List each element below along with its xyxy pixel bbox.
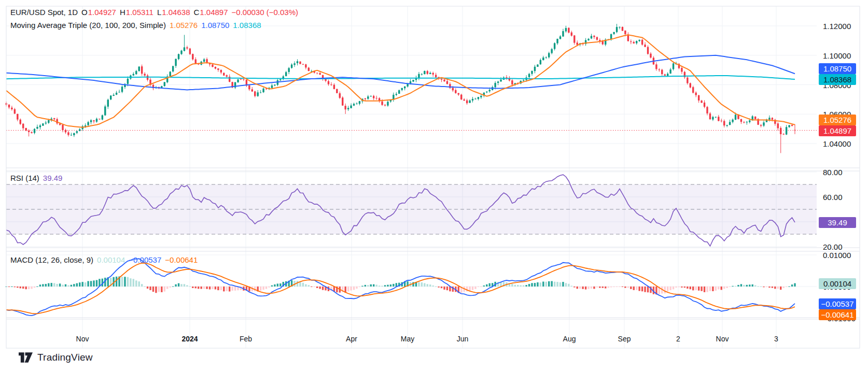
rsi-legend: RSI (14) 39.49 xyxy=(10,174,62,182)
macd-badge: 0.00104 xyxy=(819,278,856,289)
time-label: Feb xyxy=(240,335,252,343)
ma200-value: 1.08368 xyxy=(233,21,261,30)
price-badge: 1.08750 xyxy=(819,63,856,74)
tradingview-logo-text: TradingView xyxy=(37,352,93,363)
price-tick-label: 1.12000 xyxy=(823,22,851,31)
ohlc-low: L1.04638 xyxy=(157,8,190,17)
macd-signal-value: −0.00641 xyxy=(165,255,198,264)
rsi-indicator-title[interactable]: RSI (14) xyxy=(10,174,39,182)
candlestick-series xyxy=(5,24,795,153)
macd-badge: −0.00537 xyxy=(819,298,856,309)
price-tick-label: 1.10000 xyxy=(823,51,851,60)
ma20-line xyxy=(6,35,795,127)
price-axis[interactable]: 1.120001.100001.080001.060001.0400080.00… xyxy=(817,6,868,319)
time-label: Apr xyxy=(346,335,357,343)
price-badge: 1.08368 xyxy=(819,74,856,85)
time-label: Nov xyxy=(716,335,729,343)
ma200-line xyxy=(6,76,795,79)
macd-line-value: −0.00537 xyxy=(129,255,161,264)
time-label: Jun xyxy=(457,335,469,343)
macd-tick-label: 0.01000 xyxy=(823,251,851,260)
time-label: 2 xyxy=(676,335,680,343)
ma-indicator-title[interactable]: Moving Average Triple (20, 100, 200, Sim… xyxy=(10,21,166,30)
tradingview-chart: EUR/USD Spot, 1D O1.04927 H1.05311 L1.04… xyxy=(0,0,868,372)
time-label: Aug xyxy=(563,335,576,343)
symbol-legend: EUR/USD Spot, 1D O1.04927 H1.05311 L1.04… xyxy=(10,8,298,17)
macd-hist-value: 0.00104 xyxy=(97,255,125,264)
ma100-value: 1.08750 xyxy=(201,21,229,30)
macd-indicator-title[interactable]: MACD (12, 26, close, 9) xyxy=(10,255,93,264)
ohlc-open: O1.04927 xyxy=(81,8,116,17)
rsi-badge: 39.49 xyxy=(819,217,856,228)
price-badge: 1.04897 xyxy=(819,125,856,136)
ohlc-high: H1.05311 xyxy=(120,8,153,17)
time-axis[interactable]: Nov2024FebAprMayJunAugSep2Nov3 xyxy=(6,319,817,348)
tradingview-logo[interactable]: TradingView xyxy=(19,352,93,363)
macd-histogram xyxy=(5,277,795,295)
rsi-tick-label: 60.00 xyxy=(823,193,843,202)
symbol-title[interactable]: EUR/USD Spot, 1D xyxy=(10,8,78,17)
price-badge: 1.05276 xyxy=(819,115,856,125)
ma20-value: 1.05276 xyxy=(170,21,198,30)
macd-badge: −0.00641 xyxy=(819,309,856,320)
chart-canvas[interactable] xyxy=(0,0,868,372)
price-tick-label: 1.04000 xyxy=(823,139,851,148)
rsi-tick-label: 80.00 xyxy=(823,168,843,177)
change-value: −0.00030 (−0.03%) xyxy=(232,8,298,17)
ohlc-close: C1.04897 xyxy=(193,8,228,17)
time-label: 2024 xyxy=(181,335,198,343)
macd-signal-line xyxy=(6,263,795,314)
macd-legend: MACD (12, 26, close, 9) 0.00104 −0.00537… xyxy=(10,255,198,264)
time-label: May xyxy=(401,335,414,343)
tradingview-logo-icon xyxy=(19,352,33,363)
time-label: Nov xyxy=(76,335,89,343)
ma-legend: Moving Average Triple (20, 100, 200, Sim… xyxy=(10,21,261,30)
time-label: 3 xyxy=(774,335,778,343)
rsi-tick-label: 20.00 xyxy=(823,242,843,251)
rsi-value: 39.49 xyxy=(43,174,63,182)
time-label: Sep xyxy=(618,335,631,343)
